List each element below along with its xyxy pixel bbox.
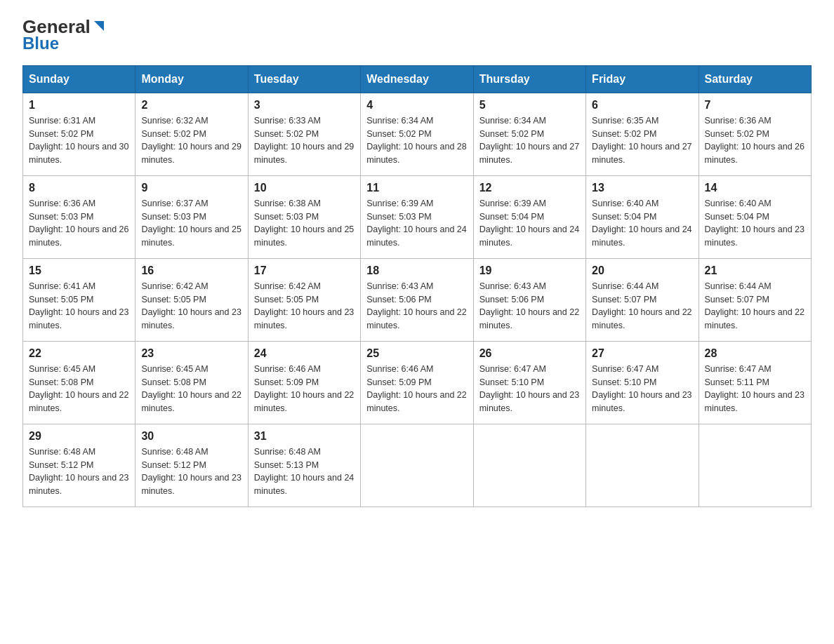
logo: General Blue bbox=[22, 17, 107, 53]
weekday-header: Saturday bbox=[699, 65, 811, 93]
calendar-day-cell: 21Sunrise: 6:44 AMSunset: 5:07 PMDayligh… bbox=[699, 258, 811, 341]
calendar-day-cell: 27Sunrise: 6:47 AMSunset: 5:10 PMDayligh… bbox=[586, 341, 699, 424]
calendar-week-row: 15Sunrise: 6:41 AMSunset: 5:05 PMDayligh… bbox=[23, 258, 812, 341]
day-info: Sunrise: 6:39 AMSunset: 5:03 PMDaylight:… bbox=[366, 197, 467, 250]
calendar-day-cell: 17Sunrise: 6:42 AMSunset: 5:05 PMDayligh… bbox=[248, 258, 360, 341]
weekday-header: Wednesday bbox=[361, 65, 473, 93]
day-info: Sunrise: 6:36 AMSunset: 5:02 PMDaylight:… bbox=[705, 114, 805, 167]
day-info: Sunrise: 6:44 AMSunset: 5:07 PMDaylight:… bbox=[592, 280, 692, 333]
day-number: 23 bbox=[141, 347, 241, 360]
day-info: Sunrise: 6:48 AMSunset: 5:12 PMDaylight:… bbox=[141, 445, 241, 498]
calendar-day-cell: 7Sunrise: 6:36 AMSunset: 5:02 PMDaylight… bbox=[699, 93, 811, 175]
calendar-day-cell: 4Sunrise: 6:34 AMSunset: 5:02 PMDaylight… bbox=[361, 93, 473, 175]
calendar-day-cell: 19Sunrise: 6:43 AMSunset: 5:06 PMDayligh… bbox=[473, 258, 585, 341]
day-number: 18 bbox=[366, 264, 467, 277]
day-info: Sunrise: 6:37 AMSunset: 5:03 PMDaylight:… bbox=[141, 197, 241, 250]
calendar-day-cell: 3Sunrise: 6:33 AMSunset: 5:02 PMDaylight… bbox=[248, 93, 360, 175]
day-info: Sunrise: 6:36 AMSunset: 5:03 PMDaylight:… bbox=[29, 197, 129, 250]
day-info: Sunrise: 6:47 AMSunset: 5:10 PMDaylight:… bbox=[479, 363, 580, 415]
day-number: 4 bbox=[366, 99, 467, 112]
day-info: Sunrise: 6:47 AMSunset: 5:10 PMDaylight:… bbox=[592, 363, 692, 415]
day-info: Sunrise: 6:39 AMSunset: 5:04 PMDaylight:… bbox=[479, 197, 580, 250]
calendar-day-cell: 18Sunrise: 6:43 AMSunset: 5:06 PMDayligh… bbox=[361, 258, 473, 341]
weekday-header: Friday bbox=[586, 65, 699, 93]
day-number: 14 bbox=[705, 182, 805, 194]
day-info: Sunrise: 6:31 AMSunset: 5:02 PMDaylight:… bbox=[29, 114, 129, 167]
day-number: 11 bbox=[366, 182, 467, 194]
calendar-day-cell: 9Sunrise: 6:37 AMSunset: 5:03 PMDaylight… bbox=[135, 175, 248, 258]
day-number: 15 bbox=[29, 264, 129, 277]
svg-marker-0 bbox=[94, 21, 104, 31]
calendar-day-cell: 12Sunrise: 6:39 AMSunset: 5:04 PMDayligh… bbox=[473, 175, 585, 258]
day-number: 29 bbox=[29, 430, 129, 443]
day-info: Sunrise: 6:32 AMSunset: 5:02 PMDaylight:… bbox=[141, 114, 241, 167]
day-number: 19 bbox=[479, 264, 580, 277]
day-number: 17 bbox=[254, 264, 355, 277]
day-info: Sunrise: 6:43 AMSunset: 5:06 PMDaylight:… bbox=[366, 280, 467, 333]
calendar-day-cell bbox=[473, 424, 585, 507]
day-number: 3 bbox=[254, 99, 355, 112]
day-number: 25 bbox=[366, 347, 467, 360]
logo-blue: Blue bbox=[22, 34, 59, 53]
day-info: Sunrise: 6:34 AMSunset: 5:02 PMDaylight:… bbox=[479, 114, 580, 167]
calendar-day-cell: 6Sunrise: 6:35 AMSunset: 5:02 PMDaylight… bbox=[586, 93, 699, 175]
calendar-day-cell: 22Sunrise: 6:45 AMSunset: 5:08 PMDayligh… bbox=[23, 341, 135, 424]
day-number: 24 bbox=[254, 347, 355, 360]
day-info: Sunrise: 6:45 AMSunset: 5:08 PMDaylight:… bbox=[29, 363, 129, 415]
day-info: Sunrise: 6:46 AMSunset: 5:09 PMDaylight:… bbox=[366, 363, 467, 415]
day-number: 21 bbox=[705, 264, 805, 277]
day-number: 2 bbox=[141, 99, 241, 112]
calendar-day-cell bbox=[699, 424, 811, 507]
day-number: 7 bbox=[705, 99, 805, 112]
calendar-table: SundayMondayTuesdayWednesdayThursdayFrid… bbox=[22, 65, 812, 507]
day-info: Sunrise: 6:48 AMSunset: 5:12 PMDaylight:… bbox=[29, 445, 129, 498]
day-info: Sunrise: 6:46 AMSunset: 5:09 PMDaylight:… bbox=[254, 363, 355, 415]
day-info: Sunrise: 6:38 AMSunset: 5:03 PMDaylight:… bbox=[254, 197, 355, 250]
calendar-day-cell: 15Sunrise: 6:41 AMSunset: 5:05 PMDayligh… bbox=[23, 258, 135, 341]
calendar-day-cell: 10Sunrise: 6:38 AMSunset: 5:03 PMDayligh… bbox=[248, 175, 360, 258]
weekday-header: Tuesday bbox=[248, 65, 360, 93]
calendar-day-cell: 26Sunrise: 6:47 AMSunset: 5:10 PMDayligh… bbox=[473, 341, 585, 424]
day-number: 9 bbox=[141, 182, 241, 194]
calendar-day-cell: 13Sunrise: 6:40 AMSunset: 5:04 PMDayligh… bbox=[586, 175, 699, 258]
day-info: Sunrise: 6:41 AMSunset: 5:05 PMDaylight:… bbox=[29, 280, 129, 333]
calendar-day-cell: 2Sunrise: 6:32 AMSunset: 5:02 PMDaylight… bbox=[135, 93, 248, 175]
day-info: Sunrise: 6:34 AMSunset: 5:02 PMDaylight:… bbox=[366, 114, 467, 167]
day-number: 22 bbox=[29, 347, 129, 360]
calendar-day-cell: 14Sunrise: 6:40 AMSunset: 5:04 PMDayligh… bbox=[699, 175, 811, 258]
day-number: 20 bbox=[592, 264, 692, 277]
day-number: 28 bbox=[705, 347, 805, 360]
day-number: 30 bbox=[141, 430, 241, 443]
day-info: Sunrise: 6:48 AMSunset: 5:13 PMDaylight:… bbox=[254, 445, 355, 498]
calendar-day-cell: 23Sunrise: 6:45 AMSunset: 5:08 PMDayligh… bbox=[135, 341, 248, 424]
weekday-header: Sunday bbox=[23, 65, 135, 93]
day-info: Sunrise: 6:40 AMSunset: 5:04 PMDaylight:… bbox=[705, 197, 805, 250]
day-number: 5 bbox=[479, 99, 580, 112]
calendar-day-cell: 30Sunrise: 6:48 AMSunset: 5:12 PMDayligh… bbox=[135, 424, 248, 507]
calendar-day-cell: 24Sunrise: 6:46 AMSunset: 5:09 PMDayligh… bbox=[248, 341, 360, 424]
calendar-day-cell: 5Sunrise: 6:34 AMSunset: 5:02 PMDaylight… bbox=[473, 93, 585, 175]
calendar-week-row: 1Sunrise: 6:31 AMSunset: 5:02 PMDaylight… bbox=[23, 93, 812, 175]
day-info: Sunrise: 6:47 AMSunset: 5:11 PMDaylight:… bbox=[705, 363, 805, 415]
day-info: Sunrise: 6:44 AMSunset: 5:07 PMDaylight:… bbox=[705, 280, 805, 333]
day-number: 1 bbox=[29, 99, 129, 112]
day-number: 6 bbox=[592, 99, 692, 112]
calendar-day-cell: 1Sunrise: 6:31 AMSunset: 5:02 PMDaylight… bbox=[23, 93, 135, 175]
weekday-header: Monday bbox=[135, 65, 248, 93]
page-header: General Blue bbox=[22, 17, 812, 53]
day-number: 10 bbox=[254, 182, 355, 194]
day-number: 27 bbox=[592, 347, 692, 360]
calendar-week-row: 22Sunrise: 6:45 AMSunset: 5:08 PMDayligh… bbox=[23, 341, 812, 424]
calendar-week-row: 29Sunrise: 6:48 AMSunset: 5:12 PMDayligh… bbox=[23, 424, 812, 507]
calendar-day-cell: 25Sunrise: 6:46 AMSunset: 5:09 PMDayligh… bbox=[361, 341, 473, 424]
day-number: 12 bbox=[479, 182, 580, 194]
day-info: Sunrise: 6:45 AMSunset: 5:08 PMDaylight:… bbox=[141, 363, 241, 415]
day-info: Sunrise: 6:33 AMSunset: 5:02 PMDaylight:… bbox=[254, 114, 355, 167]
calendar-day-cell: 8Sunrise: 6:36 AMSunset: 5:03 PMDaylight… bbox=[23, 175, 135, 258]
calendar-day-cell: 16Sunrise: 6:42 AMSunset: 5:05 PMDayligh… bbox=[135, 258, 248, 341]
day-info: Sunrise: 6:35 AMSunset: 5:02 PMDaylight:… bbox=[592, 114, 692, 167]
calendar-day-cell: 20Sunrise: 6:44 AMSunset: 5:07 PMDayligh… bbox=[586, 258, 699, 341]
calendar-week-row: 8Sunrise: 6:36 AMSunset: 5:03 PMDaylight… bbox=[23, 175, 812, 258]
calendar-day-cell: 11Sunrise: 6:39 AMSunset: 5:03 PMDayligh… bbox=[361, 175, 473, 258]
day-info: Sunrise: 6:42 AMSunset: 5:05 PMDaylight:… bbox=[254, 280, 355, 333]
